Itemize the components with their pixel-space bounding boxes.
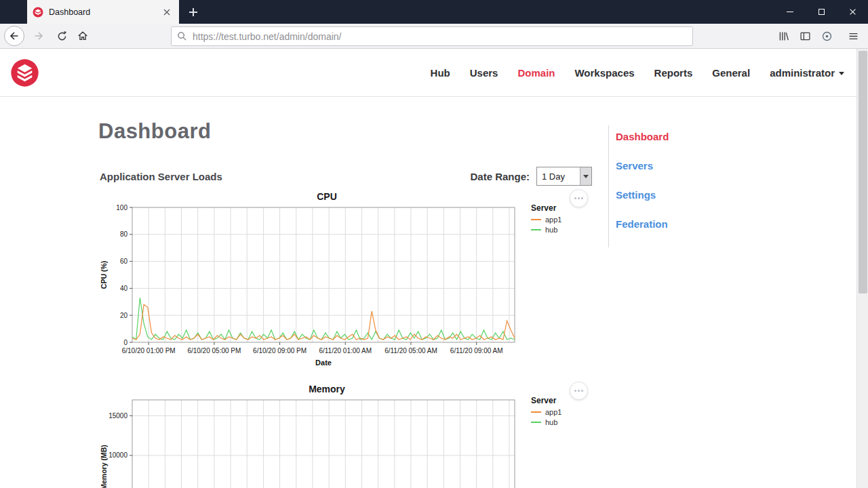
nav-item-general[interactable]: General	[712, 67, 750, 79]
series-swatch-hub	[531, 229, 541, 230]
series-name: hub	[545, 226, 557, 234]
nav-item-domain[interactable]: Domain	[517, 67, 555, 79]
hamburger-icon	[848, 30, 859, 42]
memory-chart-legend: Server app1 hub	[531, 396, 592, 428]
user-menu-label: administrator	[770, 67, 835, 79]
subnav-item-dashboard[interactable]: Dashboard	[616, 131, 757, 142]
minimize-icon	[787, 12, 793, 12]
memory-chart-options-button[interactable]	[570, 382, 588, 400]
svg-text:Memory (MB): Memory (MB)	[100, 445, 108, 488]
memory-chart-block: Memory 0500010000150006/10/20 01:00 PM6/…	[98, 384, 600, 488]
series-name: app1	[545, 408, 561, 416]
svg-text:CPU (%): CPU (%)	[100, 261, 108, 289]
tab-title: Dashboard	[49, 7, 160, 17]
date-range-select[interactable]: 1 Day	[536, 167, 592, 186]
back-button[interactable]	[4, 26, 24, 46]
svg-text:6/11/20 05:00 AM: 6/11/20 05:00 AM	[384, 347, 437, 354]
window-minimize-button[interactable]	[774, 0, 806, 24]
domain-subnav: Dashboard Servers Settings Federation	[608, 125, 757, 247]
section-row: Application Server Loads Date Range: 1 D…	[100, 165, 592, 187]
browser-window: Dashboard	[0, 0, 868, 488]
svg-text:15000: 15000	[108, 412, 127, 420]
nav-item-reports[interactable]: Reports	[654, 67, 693, 79]
subnav-item-federation[interactable]: Federation	[616, 218, 757, 230]
svg-text:6/10/20 05:00 PM: 6/10/20 05:00 PM	[187, 347, 241, 354]
url-input[interactable]	[193, 31, 687, 42]
url-bar[interactable]	[171, 26, 693, 46]
tab-favicon-icon	[33, 7, 43, 18]
site-header: Hub Users Domain Workspaces Reports Gene…	[0, 49, 856, 97]
sidebar-toggle-button[interactable]	[795, 26, 815, 46]
svg-text:100: 100	[116, 204, 127, 211]
svg-text:6/11/20 01:00 AM: 6/11/20 01:00 AM	[319, 347, 372, 354]
series-name: hub	[545, 418, 557, 426]
series-swatch-hub	[531, 422, 541, 423]
ellipsis-icon	[574, 197, 576, 199]
caret-down-icon	[839, 72, 844, 75]
account-button[interactable]	[816, 26, 837, 46]
memory-chart: 0500010000150006/10/20 01:00 PM6/10/20 0…	[98, 394, 519, 488]
cpu-chart-block: CPU 0204060801006/10/20 01:00 PM6/10/20 …	[98, 191, 600, 385]
sidebar-icon	[800, 30, 811, 42]
svg-text:20: 20	[120, 312, 128, 319]
series-swatch-app1	[531, 411, 541, 413]
browser-toolbar	[0, 24, 868, 49]
new-tab-button[interactable]	[186, 5, 201, 20]
user-menu[interactable]: administrator	[770, 67, 844, 79]
svg-text:Date: Date	[315, 359, 332, 367]
reload-button[interactable]	[52, 26, 72, 46]
svg-text:6/10/20 09:00 PM: 6/10/20 09:00 PM	[253, 347, 307, 354]
main-nav: Hub Users Domain Workspaces Reports Gene…	[431, 49, 844, 97]
titlebar: Dashboard	[0, 0, 868, 24]
page-title: Dashboard	[98, 119, 211, 144]
select-arrow-icon	[580, 167, 591, 185]
home-button[interactable]	[73, 26, 93, 46]
svg-text:6/10/20 01:00 PM: 6/10/20 01:00 PM	[122, 347, 176, 354]
cpu-chart-legend: Server app1 hub	[531, 203, 592, 236]
section-title: Application Server Loads	[100, 171, 222, 182]
nav-item-users[interactable]: Users	[470, 67, 498, 79]
series-swatch-app1	[531, 219, 541, 220]
library-icon	[778, 30, 789, 42]
svg-text:10000: 10000	[108, 451, 127, 459]
account-icon	[821, 30, 833, 42]
legend-item: hub	[531, 226, 592, 234]
tab-close-icon[interactable]	[160, 5, 174, 19]
svg-text:0: 0	[123, 339, 127, 346]
scrollbar-thumb[interactable]	[859, 51, 867, 293]
back-arrow-icon	[8, 30, 20, 42]
maximize-icon	[818, 9, 825, 15]
forward-button[interactable]	[28, 26, 49, 46]
cpu-chart: 0204060801006/10/20 01:00 PM6/10/20 05:0…	[98, 202, 519, 378]
legend-item: app1	[531, 408, 592, 416]
svg-text:6/11/20 09:00 AM: 6/11/20 09:00 AM	[450, 347, 503, 354]
home-icon	[77, 30, 89, 42]
date-range-label: Date Range:	[470, 171, 530, 182]
svg-text:80: 80	[120, 230, 128, 238]
svg-text:40: 40	[120, 285, 128, 292]
cpu-chart-title: CPU	[136, 191, 518, 202]
reload-icon	[56, 30, 68, 42]
series-name: app1	[545, 216, 561, 224]
menu-button[interactable]	[843, 26, 863, 46]
browser-tab[interactable]: Dashboard	[27, 0, 179, 24]
ellipsis-icon	[574, 390, 576, 392]
turbo-logo[interactable]	[9, 58, 40, 88]
nav-item-workspaces[interactable]: Workspaces	[574, 67, 634, 79]
subnav-item-settings[interactable]: Settings	[616, 189, 757, 201]
window-maximize-button[interactable]	[806, 0, 837, 24]
page-scrollbar[interactable]	[856, 49, 868, 488]
nav-item-hub[interactable]: Hub	[431, 67, 450, 79]
memory-chart-title: Memory	[136, 384, 518, 394]
window-close-button[interactable]	[837, 0, 868, 24]
search-icon	[177, 31, 187, 41]
library-button[interactable]	[773, 26, 793, 46]
svg-text:60: 60	[120, 258, 128, 265]
date-range-value: 1 Day	[537, 171, 580, 182]
close-icon	[849, 8, 856, 16]
legend-item: app1	[531, 216, 592, 224]
legend-item: hub	[531, 418, 592, 426]
cpu-chart-options-button[interactable]	[570, 189, 588, 207]
subnav-item-servers[interactable]: Servers	[616, 160, 757, 171]
forward-arrow-icon	[33, 30, 45, 42]
